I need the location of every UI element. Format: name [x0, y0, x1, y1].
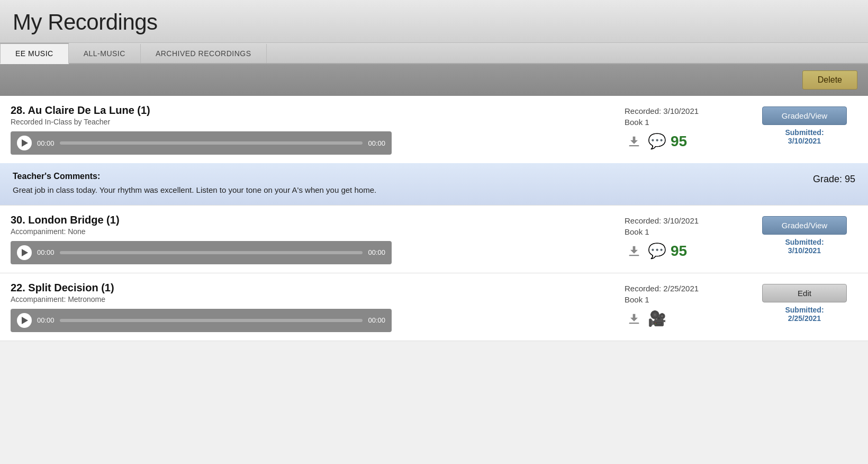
progress-track[interactable] [60, 251, 363, 254]
recording-meta: Recorded: 2/25/2021 Book 1 🎥 [625, 282, 741, 328]
recording-title: 30. London Bridge (1) [11, 214, 614, 226]
audio-player: 00:00 00:00 [11, 241, 392, 264]
play-icon [22, 139, 28, 147]
recording-item: 28. Au Claire De La Lune (1) Recorded In… [0, 96, 868, 163]
grade-score: 95 [671, 133, 687, 150]
grade-display: Grade: 95 [813, 172, 855, 197]
comments-panel: Teacher's Comments: Great job in class t… [0, 163, 868, 206]
play-button[interactable] [17, 245, 32, 260]
time-start: 00:00 [37, 316, 55, 324]
meta-icons: 🎥 [625, 309, 741, 328]
play-icon [22, 249, 28, 256]
comment-icon[interactable]: 💬 [648, 134, 666, 149]
recording-action: Graded/View Submitted:3/10/2021 [752, 214, 857, 255]
delete-button[interactable]: Delete [802, 70, 857, 90]
meta-book: Book 1 [625, 227, 741, 236]
recordings-list: 28. Au Claire De La Lune (1) Recorded In… [0, 96, 868, 341]
recording-title: 28. Au Claire De La Lune (1) [11, 104, 614, 117]
svg-rect-1 [629, 255, 639, 256]
graded-view-button[interactable]: Graded/View [762, 216, 847, 235]
recording-subtitle: Accompaniment: Metronome [11, 295, 614, 304]
page-header: My Recordings [0, 0, 868, 43]
time-end: 00:00 [368, 139, 385, 147]
comments-text: Great job in class today. Your rhythm wa… [13, 184, 781, 197]
meta-book: Book 1 [625, 118, 741, 127]
video-camera-icon[interactable]: 🎥 [648, 310, 666, 327]
submitted-info: Submitted:3/10/2021 [785, 238, 824, 255]
tabs-bar: EE MUSIC ALL-MUSIC ARCHIVED RECORDINGS [0, 43, 868, 64]
recording-title: 22. Split Decision (1) [11, 282, 614, 294]
meta-icons: 💬 95 [625, 132, 741, 151]
meta-recorded: Recorded: 2/25/2021 [625, 284, 741, 293]
recording-item: 22. Split Decision (1) Accompaniment: Me… [0, 273, 868, 341]
audio-player: 00:00 00:00 [11, 309, 392, 332]
recording-subtitle: Recorded In-Class by Teacher [11, 118, 614, 126]
play-button[interactable] [17, 136, 32, 150]
audio-player: 00:00 00:00 [11, 131, 392, 155]
meta-icons: 💬 95 [625, 242, 741, 261]
time-end: 00:00 [368, 248, 385, 256]
svg-rect-2 [629, 323, 639, 324]
toolbar: Delete [0, 64, 868, 96]
time-start: 00:00 [37, 248, 55, 256]
grade-score: 95 [671, 243, 687, 260]
recording-action: Edit Submitted:2/25/2021 [752, 282, 857, 323]
progress-track[interactable] [60, 141, 363, 145]
recording-meta: Recorded: 3/10/2021 Book 1 💬 95 [625, 214, 741, 261]
meta-recorded: Recorded: 3/10/2021 [625, 106, 741, 115]
recording-main: 28. Au Claire De La Lune (1) Recorded In… [11, 104, 614, 155]
meta-book: Book 1 [625, 295, 741, 304]
submitted-info: Submitted:2/25/2021 [785, 306, 824, 323]
tab-all-music[interactable]: ALL-MUSIC [69, 44, 141, 63]
tab-archived-recordings[interactable]: ARCHIVED RECORDINGS [141, 44, 267, 63]
download-icon[interactable] [625, 242, 644, 261]
recording-main: 30. London Bridge (1) Accompaniment: Non… [11, 214, 614, 264]
recording-action: Graded/View Submitted:3/10/2021 [752, 104, 857, 145]
meta-recorded: Recorded: 3/10/2021 [625, 216, 741, 225]
submitted-info: Submitted:3/10/2021 [785, 128, 824, 145]
page-title: My Recordings [13, 10, 855, 35]
play-icon [22, 317, 28, 324]
time-start: 00:00 [37, 139, 55, 147]
tab-ee-music[interactable]: EE MUSIC [0, 43, 69, 64]
recording-main: 22. Split Decision (1) Accompaniment: Me… [11, 282, 614, 332]
recording-meta: Recorded: 3/10/2021 Book 1 💬 95 [625, 104, 741, 151]
edit-button[interactable]: Edit [762, 284, 847, 302]
progress-track[interactable] [60, 319, 363, 322]
comments-left: Teacher's Comments: Great job in class t… [13, 172, 781, 197]
play-button[interactable] [17, 313, 32, 328]
recording-subtitle: Accompaniment: None [11, 227, 614, 236]
download-icon[interactable] [625, 309, 644, 328]
comment-icon[interactable]: 💬 [648, 244, 666, 258]
download-icon[interactable] [625, 132, 644, 151]
recording-item: 30. London Bridge (1) Accompaniment: Non… [0, 206, 868, 273]
svg-rect-0 [629, 145, 639, 146]
time-end: 00:00 [368, 316, 385, 324]
comments-heading: Teacher's Comments: [13, 172, 781, 181]
graded-view-button[interactable]: Graded/View [762, 106, 847, 125]
